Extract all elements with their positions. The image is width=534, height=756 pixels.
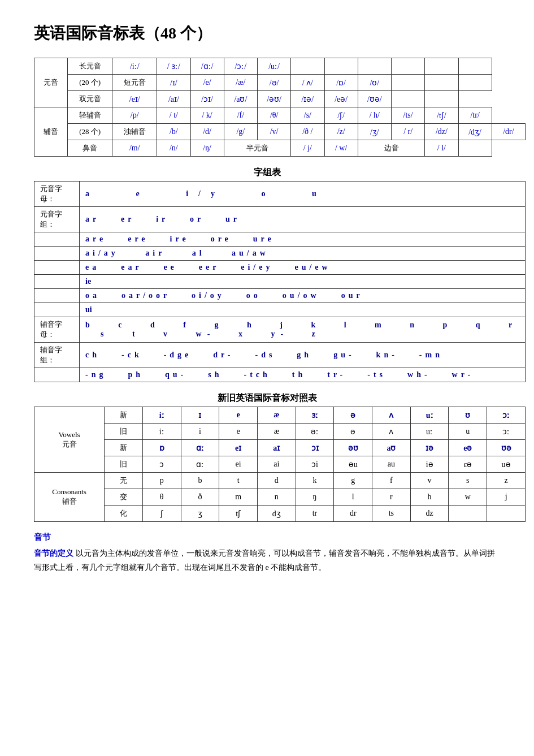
empty-4 xyxy=(392,58,425,75)
ipa-oo: /ɔː/ xyxy=(224,58,257,75)
v2-old-2: ɑː xyxy=(181,456,219,473)
vowels-label: Vowels元音 xyxy=(34,407,105,473)
v-old-5: əː xyxy=(296,424,334,440)
ipa-ia: /ɪə/ xyxy=(291,91,324,107)
v2-old-1: ɔ xyxy=(142,456,181,473)
vowel-groups-3: ai/ay air al au/aw xyxy=(80,247,526,261)
v2-old-6: əu xyxy=(334,456,372,473)
ipa-tsh: /tʃ/ xyxy=(425,107,458,124)
ipa-d: /d/ xyxy=(190,124,224,140)
c-wu-10: z xyxy=(487,473,526,489)
c-wu-9: s xyxy=(449,473,487,489)
long-vowel-label: 长元音 xyxy=(68,58,112,75)
v-new-3: e xyxy=(219,407,258,424)
ipa-l: / l/ xyxy=(425,140,458,157)
v-old-8: uː xyxy=(410,424,449,440)
zizu-row-7: oa oar/oor oi/oy oo ou/ow our xyxy=(34,289,526,303)
consonant-groups-2: -ng ph qu- sh -tch th tr- -ts wh- wr- xyxy=(80,368,526,382)
ipa-b: /b/ xyxy=(157,124,190,140)
ipa-z: /z/ xyxy=(324,124,358,140)
contrast-row-v2: 旧 iː i e æ əː ə ʌ uː u ɔː xyxy=(34,424,526,440)
empty-3 xyxy=(358,58,391,75)
c-wu-4: d xyxy=(257,473,296,489)
empty-8 xyxy=(425,75,458,91)
v-old-3: e xyxy=(219,424,258,440)
ipa-ai: /aɪ/ xyxy=(157,91,190,107)
c-b-7: r xyxy=(372,489,411,506)
zizu-table: 元音字母： a e i/y o u 元音字组： ar er ir or ur a… xyxy=(34,181,526,382)
vowel-letters: a e i/y o u xyxy=(80,182,526,207)
v2-new-1: ɒ xyxy=(142,440,181,456)
c-h-5: tr xyxy=(296,506,334,522)
v2-new-7: aʊ xyxy=(372,440,411,456)
ipa-ng: /ŋ/ xyxy=(190,140,224,157)
ipa-ii: /iː/ xyxy=(112,58,157,75)
section-heading: 音节 xyxy=(34,532,500,543)
v2-new-3: eɪ xyxy=(219,440,258,456)
ipa-ou: /əʊ/ xyxy=(258,91,291,107)
c-b-8: h xyxy=(410,489,449,506)
vowel-category-label: 元音 xyxy=(34,58,68,107)
contrast-section: 新旧英语国际音标对照表 Vowels元音 新 iː ɪ e æ ɜː ə ʌ u… xyxy=(34,392,500,522)
consonant-count-label: (28 个) xyxy=(68,124,112,140)
c-h-10 xyxy=(487,506,526,522)
ipa-h: / h/ xyxy=(358,107,391,124)
ipa-ts: /ts/ xyxy=(392,107,425,124)
v2-old-8: iə xyxy=(410,456,449,473)
empty-2 xyxy=(324,58,358,75)
c-wu-8: v xyxy=(410,473,449,489)
contrast-title: 新旧英语国际音标对照表 xyxy=(34,392,500,404)
v-new-7: ʌ xyxy=(372,407,411,424)
empty-last xyxy=(458,140,492,157)
c-wu-7: f xyxy=(372,473,411,489)
voiceless-label: 轻辅音 xyxy=(68,107,112,124)
voiced-label: 浊辅音 xyxy=(112,124,157,140)
contrast-row-v4: 旧 ɔ ɑː ei ai ɔi əu au iə εə uə xyxy=(34,456,526,473)
c-b-5: ŋ xyxy=(296,489,334,506)
ipa-theta: /θ/ xyxy=(258,107,291,124)
ipa-uu: /uː/ xyxy=(258,58,291,75)
contrast-row-v1: Vowels元音 新 iː ɪ e æ ɜː ə ʌ uː ʊ ɔː xyxy=(34,407,526,424)
ipa-dr: /dr/ xyxy=(492,124,525,140)
zizu-section: 字组表 元音字母： a e i/y o u 元音字组： ar er ir or … xyxy=(34,167,500,382)
c-h-1: ʃ xyxy=(142,506,181,522)
ipa-i: /ɪ/ xyxy=(157,75,190,91)
c-b-9: w xyxy=(449,489,487,506)
ipa-er: / ɜː/ xyxy=(157,58,190,75)
ipa-r: / r/ xyxy=(392,124,425,140)
definition-label: 音节的定义 xyxy=(34,549,73,558)
empty-label-4 xyxy=(34,275,80,289)
vowel-groups-4: ea ear ee eer ei/ey eu/ew xyxy=(80,261,526,275)
ipa-aa: /ɑː/ xyxy=(190,58,224,75)
ipa-schwa: /ə/ xyxy=(258,75,291,91)
zizu-row-11: -ng ph qu- sh -tch th tr- -ts wh- wr- xyxy=(34,368,526,382)
zizu-row-8: ui xyxy=(34,303,526,317)
v2-old-3: ei xyxy=(219,456,258,473)
ipa-tr: /tr/ xyxy=(458,107,492,124)
consonant-groups-1: ch -ck -dge dr- -ds gh gu- kn- -mn xyxy=(80,343,526,368)
v-old-2: i xyxy=(181,424,219,440)
v2-new-4: aɪ xyxy=(257,440,296,456)
empty-label-5 xyxy=(34,289,80,303)
v-new-6: ə xyxy=(334,407,372,424)
ipa-v: /v/ xyxy=(258,124,291,140)
ipa-m: /m/ xyxy=(112,140,157,157)
consonant-letters: b c d f g h j k l m n p q r s t v w- x y… xyxy=(80,317,526,343)
ipa-uu2: /ʊ/ xyxy=(358,75,391,91)
zizu-row-2: 元音字组： ar er ir or ur xyxy=(34,207,526,232)
empty-label-6 xyxy=(34,303,80,317)
v-new-5: ɜː xyxy=(296,407,334,424)
wu-label: 无 xyxy=(105,473,143,489)
new-label-1: 新 xyxy=(105,407,143,424)
ipa-zh: /ʒ/ xyxy=(358,124,391,140)
consonants-label: Consonants辅音 xyxy=(34,473,105,522)
ipa-w: / w/ xyxy=(324,140,358,157)
v2-new-10: ʊə xyxy=(487,440,526,456)
vowel-groups-5: ie xyxy=(80,275,526,289)
ipa-eth: /ð / xyxy=(291,124,324,140)
contrast-row-v3: 新 ɒ ɑː eɪ aɪ ɔɪ əʊ aʊ ɪə eə ʊə xyxy=(34,440,526,456)
empty-7 xyxy=(392,75,425,91)
ipa-n: /n/ xyxy=(157,140,190,157)
c-b-3: m xyxy=(219,489,258,506)
c-wu-5: k xyxy=(296,473,334,489)
